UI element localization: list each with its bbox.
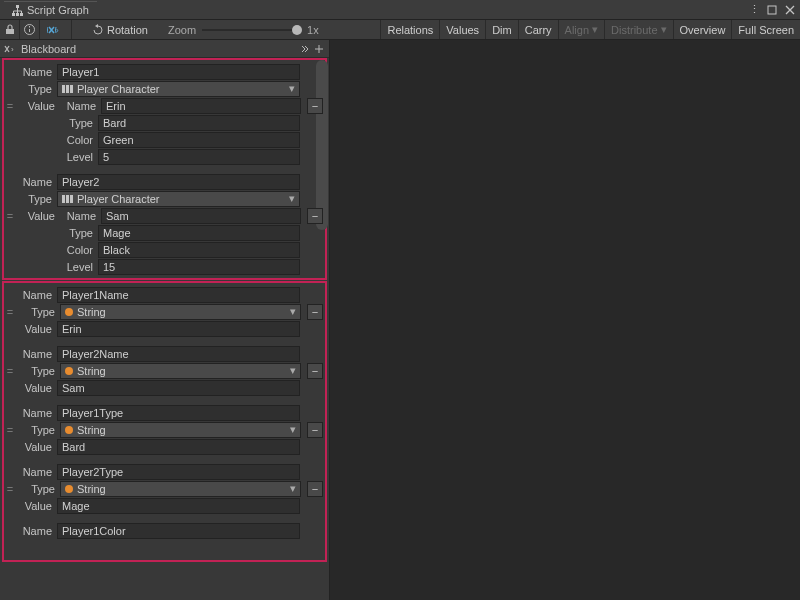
lock-icon[interactable] [0, 20, 20, 39]
remove-button[interactable]: − [307, 304, 323, 320]
name-input[interactable]: Player1Name [57, 287, 300, 303]
svg-rect-8 [29, 29, 30, 32]
info-icon[interactable] [20, 20, 40, 39]
svg-rect-1 [12, 13, 15, 16]
tab-title: Script Graph [27, 4, 89, 16]
name-input[interactable]: Player2Type [57, 464, 300, 480]
drag-handle-icon[interactable]: = [6, 483, 14, 495]
svg-rect-4 [768, 6, 776, 14]
window-menu-icon[interactable]: ⋮ [748, 4, 760, 16]
remove-button[interactable]: − [307, 208, 323, 224]
value-color-input[interactable]: Green [98, 132, 300, 148]
value-input[interactable]: Erin [57, 321, 300, 337]
value-input[interactable]: Mage [57, 498, 300, 514]
type-dropdown[interactable]: String▾ [60, 304, 301, 320]
var-player2name: NamePlayer2Name =TypeString▾− ValueSam [6, 344, 323, 397]
name-input[interactable]: Player2Name [57, 346, 300, 362]
nested-name-label: Name [60, 100, 98, 112]
variables-icon[interactable]: › [40, 20, 72, 39]
var-player1color: NamePlayer1Color [6, 521, 323, 540]
svg-text:›: › [11, 45, 14, 54]
type-dropdown[interactable]: Player Character▾ [57, 81, 300, 97]
entry-player2: NamePlayer2 TypePlayer Character▾ =Value… [6, 172, 323, 276]
remove-button[interactable]: − [307, 422, 323, 438]
rotation-icon [92, 24, 104, 36]
zoom-slider[interactable] [202, 29, 297, 31]
carry-button[interactable]: Carry [518, 20, 558, 39]
value-input[interactable]: Sam [57, 380, 300, 396]
name-label: Name [6, 66, 54, 78]
drag-handle-icon[interactable]: = [6, 424, 14, 436]
nested-level-label: Level [57, 151, 95, 163]
fullscreen-button[interactable]: Full Screen [731, 20, 800, 39]
blackboard-collapse-icon[interactable] [299, 43, 311, 55]
svg-rect-3 [20, 13, 23, 16]
remove-button[interactable]: − [307, 481, 323, 497]
values-button[interactable]: Values [439, 20, 485, 39]
value-level-input[interactable]: 15 [98, 259, 300, 275]
name-input[interactable]: Player1Color [57, 523, 300, 539]
value-type-input[interactable]: Bard [98, 115, 300, 131]
zoom-label: Zoom [168, 24, 196, 36]
distribute-button[interactable]: Distribute ▾ [604, 20, 672, 39]
svg-rect-0 [16, 5, 19, 8]
value-type-input[interactable]: Mage [98, 225, 300, 241]
graph-canvas[interactable] [330, 40, 800, 600]
window-maximize-icon[interactable] [766, 4, 778, 16]
name-input[interactable]: Player1Type [57, 405, 300, 421]
type-dropdown[interactable]: String▾ [60, 481, 301, 497]
entry-player1: NamePlayer1 TypePlayer Character▾ =Value… [6, 62, 323, 166]
var-player1type: NamePlayer1Type =TypeString▾− ValueBard [6, 403, 323, 456]
remove-button[interactable]: − [307, 98, 323, 114]
zoom-value: 1x [307, 24, 319, 36]
type-dropdown[interactable]: Player Character▾ [57, 191, 300, 207]
drag-handle-icon[interactable]: = [6, 210, 14, 222]
blackboard-title: Blackboard [21, 43, 76, 55]
nested-type-label: Type [57, 117, 95, 129]
var-player1name: NamePlayer1Name =TypeString▾− ValueErin [6, 285, 323, 338]
overview-button[interactable]: Overview [673, 20, 732, 39]
nested-color-label: Color [57, 134, 95, 146]
window-close-icon[interactable] [784, 4, 796, 16]
align-button[interactable]: Align ▾ [558, 20, 604, 39]
svg-text:›: › [56, 26, 59, 35]
rotation-label: Rotation [107, 24, 148, 36]
value-label: Value [17, 100, 57, 112]
dim-button[interactable]: Dim [485, 20, 518, 39]
svg-rect-5 [6, 29, 14, 34]
drag-handle-icon[interactable]: = [6, 100, 14, 112]
tab-script-graph[interactable]: Script Graph [4, 1, 97, 18]
blackboard-icon: › [4, 44, 18, 54]
type-dropdown[interactable]: String▾ [60, 422, 301, 438]
blackboard-add-icon[interactable] [313, 43, 325, 55]
group-players: NamePlayer1 TypePlayer Character▾ =Value… [2, 58, 327, 280]
value-input[interactable]: Bard [57, 439, 300, 455]
var-player2type: NamePlayer2Type =TypeString▾− ValueMage [6, 462, 323, 515]
drag-handle-icon[interactable]: = [6, 365, 14, 377]
svg-rect-7 [29, 26, 30, 28]
value-level-input[interactable]: 5 [98, 149, 300, 165]
type-label: Type [6, 83, 54, 95]
name-input[interactable]: Player1 [57, 64, 300, 80]
svg-rect-2 [16, 13, 19, 16]
type-dropdown[interactable]: String▾ [60, 363, 301, 379]
drag-handle-icon[interactable]: = [6, 306, 14, 318]
group-string-vars: NamePlayer1Name =TypeString▾− ValueErin … [2, 281, 327, 562]
value-name-input[interactable]: Sam [101, 208, 301, 224]
value-color-input[interactable]: Black [98, 242, 300, 258]
relations-button[interactable]: Relations [380, 20, 439, 39]
name-input[interactable]: Player2 [57, 174, 300, 190]
hierarchy-icon [12, 5, 23, 16]
value-name-input[interactable]: Erin [101, 98, 301, 114]
remove-button[interactable]: − [307, 363, 323, 379]
